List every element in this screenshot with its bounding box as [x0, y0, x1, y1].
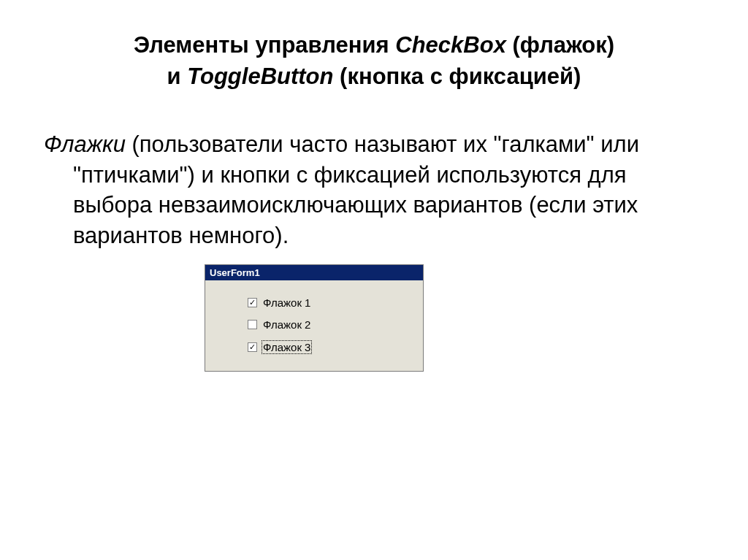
body-paragraph: Флажки (пользователи часто называют их "…	[44, 129, 704, 251]
checkbox-box-3[interactable]: ✓	[248, 342, 257, 352]
userform-title: UserForm1	[210, 267, 260, 278]
userform-body: ✓ Флажок 1 Флажок 2 ✓ Флажок 3	[205, 280, 423, 371]
slide-title-line1: Элементы управления CheckBox (флажок)	[44, 29, 704, 61]
title-text-3: и	[167, 64, 188, 89]
title-text-4: (кнопка с фиксацией)	[334, 64, 581, 89]
checkbox-label-3: Флажок 3	[262, 340, 312, 354]
slide-title-block: Элементы управления CheckBox (флажок) и …	[44, 29, 704, 93]
title-italic-1: CheckBox	[395, 32, 506, 58]
checkbox-row-1[interactable]: ✓ Флажок 1	[248, 296, 405, 309]
title-text-1: Элементы управления	[134, 32, 395, 58]
checkbox-row-3[interactable]: ✓ Флажок 3	[248, 340, 405, 354]
checkbox-row-2[interactable]: Флажок 2	[248, 318, 405, 331]
userform-window: UserForm1 ✓ Флажок 1 Флажок 2 ✓ Флажок 3	[205, 264, 424, 372]
checkbox-box-1[interactable]: ✓	[248, 298, 257, 307]
checkbox-label-2: Флажок 2	[262, 318, 312, 331]
check-icon: ✓	[249, 299, 256, 307]
title-italic-2: ToggleButton	[187, 64, 333, 89]
userform-screenshot: UserForm1 ✓ Флажок 1 Флажок 2 ✓ Флажок 3	[205, 264, 704, 372]
check-icon: ✓	[249, 343, 256, 351]
paragraph-italic: Флажки	[44, 131, 126, 157]
checkbox-label-1: Флажок 1	[262, 296, 312, 309]
slide-title-line2: и ToggleButton (кнопка с фиксацией)	[44, 61, 704, 92]
userform-titlebar: UserForm1	[205, 265, 423, 280]
paragraph-rest: (пользователи часто называют их "галками…	[73, 131, 639, 249]
checkbox-box-2[interactable]	[248, 320, 257, 329]
title-text-2: (флажок)	[506, 32, 614, 58]
